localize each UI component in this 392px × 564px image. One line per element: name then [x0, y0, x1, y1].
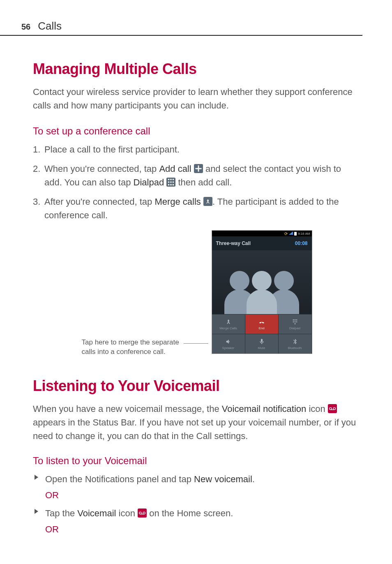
- status-bar: ⟳ 9:16 AM: [212, 231, 312, 236]
- merge-icon: [225, 318, 232, 326]
- or-separator: OR: [45, 490, 361, 501]
- svg-point-0: [168, 179, 170, 180]
- mute-button[interactable]: Mute: [245, 334, 279, 354]
- bullet-arrow-icon: [35, 509, 38, 514]
- page-header: 56 Calls: [0, 0, 362, 36]
- bluetooth-icon: [292, 338, 298, 345]
- heading-voicemail: Listening to Your Voicemail: [33, 377, 361, 395]
- svg-point-3: [168, 181, 170, 183]
- step-2: When you're connected, tap Add call and …: [33, 162, 361, 189]
- svg-point-2: [173, 179, 174, 180]
- signal-icon: [289, 231, 293, 236]
- avatar-area: [212, 250, 312, 314]
- dialpad-icon: [292, 318, 298, 326]
- dialpad-icon: [166, 178, 175, 187]
- status-time: 9:16 AM: [298, 232, 310, 236]
- merge-calls-button[interactable]: Merge Calls: [212, 314, 245, 334]
- heading-managing-calls: Managing Multiple Calls: [33, 60, 361, 78]
- svg-point-7: [170, 184, 172, 186]
- call-title-bar: Three-way Call 00:08: [212, 236, 312, 250]
- merge-calls-icon: [203, 197, 212, 206]
- svg-point-11: [296, 319, 297, 321]
- end-call-icon: [258, 318, 265, 326]
- svg-point-19: [139, 512, 141, 514]
- svg-point-14: [296, 321, 297, 323]
- call-title-text: Three-way Call: [216, 240, 251, 246]
- vm-step-1: Open the Notifications panel and tap New…: [45, 472, 361, 486]
- svg-point-13: [294, 321, 295, 323]
- or-separator: OR: [45, 524, 361, 535]
- svg-point-12: [293, 321, 294, 323]
- phone-screenshot: ⟳ 9:16 AM Three-way Call 00:08 Merge Cal…: [212, 230, 312, 354]
- figure: Tap here to merge the separate calls int…: [33, 230, 361, 357]
- svg-point-5: [173, 181, 174, 183]
- dialpad-button[interactable]: Dialpad: [279, 314, 312, 334]
- voicemail-steps: Open the Notifications panel and tap New…: [33, 472, 361, 486]
- vm-step-2: Tap the Voicemail icon on the Home scree…: [45, 506, 361, 520]
- bluetooth-button[interactable]: Bluetooth: [279, 334, 312, 354]
- svg-point-6: [168, 184, 170, 186]
- intro-paragraph: Contact your wireless service provider t…: [33, 85, 361, 112]
- voicemail-paragraph: When you have a new voicemail message, t…: [33, 402, 361, 443]
- svg-point-9: [293, 319, 294, 321]
- svg-point-17: [333, 407, 335, 409]
- subheading-conference: To set up a conference call: [33, 125, 361, 137]
- svg-point-16: [330, 407, 332, 409]
- speaker-button[interactable]: Speaker: [212, 334, 245, 354]
- svg-point-1: [170, 179, 172, 180]
- add-call-icon: [194, 164, 203, 173]
- subheading-listen-voicemail: To listen to your Voicemail: [33, 455, 361, 467]
- step-3: After you're connected, tap Merge calls …: [33, 195, 361, 222]
- voicemail-app-icon: [138, 509, 147, 518]
- svg-point-8: [173, 184, 174, 186]
- call-timer: 00:08: [295, 240, 308, 246]
- section-title: Calls: [38, 20, 62, 32]
- step-1: Place a call to the first participant.: [33, 143, 361, 156]
- callout-line: [184, 343, 208, 344]
- call-button-grid: Merge Calls End Dialpad Speaker Mute: [212, 314, 312, 354]
- svg-point-15: [294, 323, 295, 324]
- voicemail-steps-2: Tap the Voicemail icon on the Home scree…: [33, 506, 361, 520]
- avatar-icon: [246, 267, 278, 314]
- sync-icon: ⟳: [284, 231, 288, 236]
- callout-text: Tap here to merge the separate calls int…: [82, 230, 180, 357]
- bullet-arrow-icon: [35, 475, 38, 480]
- voicemail-notification-icon: [328, 404, 337, 413]
- svg-point-20: [143, 512, 145, 514]
- steps-list: Place a call to the first participant. W…: [33, 143, 361, 222]
- mute-icon: [258, 338, 265, 345]
- end-call-button[interactable]: End: [245, 314, 279, 334]
- svg-point-4: [170, 181, 172, 183]
- speaker-icon: [225, 338, 232, 345]
- battery-icon: [294, 232, 297, 236]
- page-number: 56: [21, 22, 30, 32]
- svg-point-10: [294, 319, 295, 321]
